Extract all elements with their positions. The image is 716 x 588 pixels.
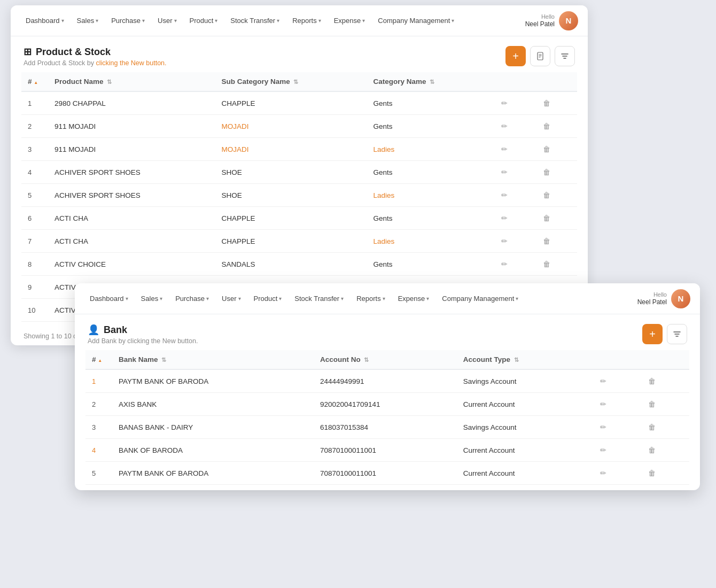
user-menu-2[interactable]: Hello Neel Patel N — [637, 289, 690, 308]
chevron-icon: ▾ — [174, 18, 177, 24]
edit-bank-button[interactable]: ✏ — [597, 375, 609, 387]
col-cat-name[interactable]: Category Name ⇅ — [367, 72, 492, 91]
bank-cell-num: 4 — [85, 439, 112, 462]
filter-bank-button[interactable] — [667, 324, 687, 344]
cell-num: 1 — [21, 91, 48, 115]
cell-edit: ✏ — [492, 253, 534, 276]
cell-cat: Gents — [367, 253, 492, 276]
bank-col-name[interactable]: Bank Name ⇅ — [112, 350, 314, 369]
col-num[interactable]: # ▲ — [21, 72, 48, 91]
edit-button[interactable]: ✏ — [499, 120, 510, 132]
bank-cell-account-type: Current Account — [457, 393, 591, 416]
nav2-dashboard[interactable]: Dashboard ▾ — [84, 291, 134, 306]
delete-bank-button[interactable]: 🗑 — [645, 375, 658, 387]
bank-col-action-edit — [591, 350, 639, 369]
cell-cat: Gents — [367, 115, 492, 138]
nav2-product[interactable]: Product ▾ — [248, 291, 287, 306]
bank-page-title: 👤 Bank — [88, 324, 198, 336]
delete-button[interactable]: 🗑 — [540, 166, 553, 178]
col-subcat-name[interactable]: Sub Category Name ⇅ — [215, 72, 367, 91]
add-button[interactable]: + — [505, 46, 526, 66]
edit-button[interactable]: ✏ — [499, 212, 510, 224]
edit-bank-button[interactable]: ✏ — [597, 421, 609, 433]
chevron-icon: ▾ — [238, 296, 241, 301]
table-row: 4 ACHIVER SPORT SHOES SHOE Gents ✏ 🗑 — [21, 161, 577, 184]
edit-bank-button[interactable]: ✏ — [597, 444, 609, 456]
edit-button[interactable]: ✏ — [499, 97, 510, 109]
cell-product: ACTI CHA — [48, 207, 215, 230]
cell-product: ACTI CHA — [48, 230, 215, 253]
nav-product[interactable]: Product ▾ — [184, 13, 223, 28]
nav-dashboard[interactable]: Dashboard ▾ — [20, 13, 69, 28]
cell-product: ACHIVER SPORT SHOES — [48, 161, 215, 184]
nav-user[interactable]: User ▾ — [152, 13, 182, 28]
nav2-user[interactable]: User ▾ — [216, 291, 246, 306]
page-header-2: 👤 Bank Add Bank by clicking the New butt… — [75, 314, 700, 350]
nav-purchase[interactable]: Purchase ▾ — [106, 13, 150, 28]
delete-button[interactable]: 🗑 — [540, 258, 553, 270]
chevron-icon: ▾ — [516, 296, 518, 301]
cell-subcat: MOJADI — [215, 115, 367, 138]
bank-table-row: 2 AXIS BANK 920020041709141 Current Acco… — [85, 393, 689, 416]
edit-button[interactable]: ✏ — [499, 258, 510, 270]
cell-delete: 🗑 — [534, 230, 577, 253]
nav2-sales[interactable]: Sales ▾ — [136, 291, 168, 306]
cell-subcat: CHAPPLE — [215, 91, 367, 115]
delete-button[interactable]: 🗑 — [540, 189, 553, 201]
nav-company-management[interactable]: Company Management ▾ — [372, 13, 460, 28]
edit-bank-button[interactable]: ✏ — [597, 398, 609, 410]
chevron-icon: ▾ — [318, 18, 321, 24]
bank-cell-delete: 🗑 — [639, 416, 689, 439]
delete-bank-button[interactable]: 🗑 — [645, 467, 658, 479]
nav2-reports[interactable]: Reports ▾ — [351, 291, 391, 306]
delete-bank-button[interactable]: 🗑 — [645, 444, 658, 456]
table-row: 3 911 MOJADI MOJADI Ladies ✏ 🗑 — [21, 138, 577, 161]
cell-product: 911 MOJADI — [48, 138, 215, 161]
export-button[interactable] — [530, 46, 550, 66]
edit-button[interactable]: ✏ — [499, 143, 510, 155]
nav-expense[interactable]: Expense ▾ — [329, 13, 371, 28]
cell-num: 4 — [21, 161, 48, 184]
cell-product: 2980 CHAPPAL — [48, 91, 215, 115]
cell-delete: 🗑 — [534, 115, 577, 138]
bank-table: # ▲ Bank Name ⇅ Account No ⇅ Account Typ… — [85, 350, 689, 485]
delete-button[interactable]: 🗑 — [540, 97, 553, 109]
bank-table-row: 3 BANAS BANK - DAIRY 618037015384 Saving… — [85, 416, 689, 439]
cell-edit: ✏ — [492, 91, 534, 115]
bank-cell-num: 3 — [85, 416, 112, 439]
cell-cat: Ladies — [367, 138, 492, 161]
bank-col-num[interactable]: # ▲ — [85, 350, 112, 369]
delete-bank-button[interactable]: 🗑 — [645, 421, 658, 433]
edit-bank-button[interactable]: ✏ — [597, 467, 609, 479]
nav2-purchase[interactable]: Purchase ▾ — [170, 291, 214, 306]
bank-cell-delete: 🗑 — [639, 439, 689, 462]
chevron-icon: ▾ — [277, 18, 279, 24]
bank-cell-edit: ✏ — [591, 369, 639, 393]
edit-button[interactable]: ✏ — [499, 166, 510, 178]
new-button-link[interactable]: clicking the New button. — [96, 59, 167, 67]
delete-button[interactable]: 🗑 — [540, 212, 553, 224]
filter-button[interactable] — [555, 46, 575, 66]
nav-sales[interactable]: Sales ▾ — [72, 13, 104, 28]
edit-button[interactable]: ✏ — [499, 189, 510, 201]
nav-stock-transfer[interactable]: Stock Transfer ▾ — [225, 13, 285, 28]
nav2-stock-transfer[interactable]: Stock Transfer ▾ — [289, 291, 349, 306]
delete-button[interactable]: 🗑 — [540, 235, 553, 247]
nav-reports[interactable]: Reports ▾ — [287, 13, 326, 28]
nav2-company-management[interactable]: Company Management ▾ — [437, 291, 524, 306]
nav2-expense[interactable]: Expense ▾ — [393, 291, 435, 306]
delete-button[interactable]: 🗑 — [540, 120, 553, 132]
table-row: 5 ACHIVER SPORT SHOES SHOE Ladies ✏ 🗑 — [21, 184, 577, 207]
cell-num: 9 — [21, 276, 48, 299]
bank-col-action-delete — [639, 350, 689, 369]
col-product-name[interactable]: Product Name ⇅ — [48, 72, 215, 91]
delete-button[interactable]: 🗑 — [540, 143, 553, 155]
cell-edit: ✏ — [492, 230, 534, 253]
edit-button[interactable]: ✏ — [499, 235, 510, 247]
user-menu[interactable]: Hello Neel Patel N — [525, 11, 578, 30]
add-bank-button[interactable]: + — [642, 324, 663, 344]
bank-col-account-no[interactable]: Account No ⇅ — [314, 350, 457, 369]
bank-col-account-type[interactable]: Account Type ⇅ — [457, 350, 591, 369]
delete-bank-button[interactable]: 🗑 — [645, 398, 658, 410]
cell-cat: Gents — [367, 161, 492, 184]
